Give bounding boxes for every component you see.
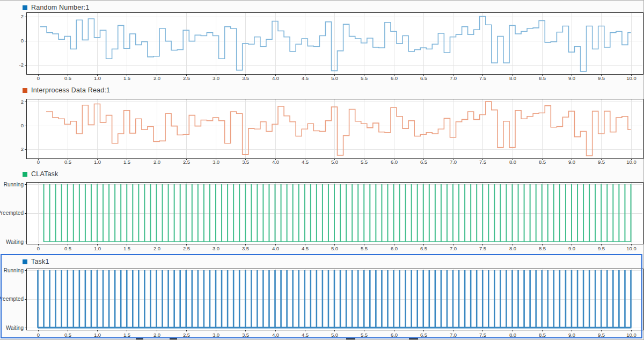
legend-label: Interprocess Data Read:1 (31, 87, 110, 94)
x-tick-label: 0 (37, 159, 40, 165)
y-tick-label: Preempted (0, 296, 24, 302)
y-tick-label: 2 (21, 146, 24, 152)
x-tick-label: 8.0 (509, 332, 516, 338)
x-tick-label: 9.0 (568, 75, 575, 81)
legend-label: Task1 (31, 258, 49, 265)
x-tick-label: 4.0 (272, 75, 279, 81)
legend-label: Random Number:1 (31, 4, 90, 11)
x-tick-label: 5.5 (361, 332, 368, 338)
x-tick-label: 7.5 (479, 159, 486, 165)
x-tick-label: 4.5 (302, 245, 309, 251)
y-tick-label: -2 (19, 62, 24, 68)
x-tick-label: 10.0 (626, 159, 636, 165)
x-tick-label: 6.0 (391, 159, 398, 165)
y-tick-label: 2 (21, 99, 24, 105)
y-tick-label: Waiting (6, 325, 24, 331)
x-tick-label: 4.0 (272, 159, 279, 165)
x-tick-label: 6.0 (391, 75, 398, 81)
x-tick-label: 4.5 (302, 159, 309, 165)
x-tick-label: 5.0 (331, 159, 338, 165)
legend-random-number[interactable]: Random Number:1 (23, 4, 90, 11)
clipped-ui-fragment (170, 338, 177, 339)
x-tick-label: 3.5 (242, 159, 249, 165)
x-tick-label: 8.5 (539, 332, 546, 338)
charts-canvas: 00.51.01.52.02.53.03.54.04.55.05.56.06.5… (0, 0, 644, 340)
x-tick-label: 7.0 (450, 245, 457, 251)
legend-interprocess-data-read[interactable]: Interprocess Data Read:1 (23, 87, 110, 94)
x-tick-label: 3.0 (213, 75, 219, 81)
x-tick-label: 9.5 (598, 159, 605, 165)
clipped-ui-fragment (409, 338, 418, 339)
x-tick-label: 8.0 (509, 159, 516, 165)
legend-swatch-blue (23, 5, 27, 10)
x-tick-label: 5.0 (331, 245, 338, 251)
x-tick-label: 8.5 (539, 159, 546, 165)
x-tick-label: 2.0 (153, 245, 160, 251)
x-tick-label: 5.5 (361, 159, 368, 165)
x-tick-label: 2.5 (183, 332, 190, 338)
x-tick-label: 4.0 (272, 245, 279, 251)
x-tick-label: 6.0 (391, 245, 398, 251)
clipped-ui-fragment (346, 338, 355, 339)
x-tick-label: 4.0 (272, 332, 279, 338)
x-tick-label: 9.0 (568, 245, 575, 251)
y-tick-label: Preempted (0, 210, 24, 216)
x-tick-label: 9.5 (598, 245, 605, 251)
x-tick-label: 4.5 (302, 332, 309, 338)
x-tick-label: 6.5 (420, 159, 427, 165)
x-tick-label: 9.0 (568, 159, 575, 165)
x-tick-label: 9.5 (598, 332, 605, 338)
legend-swatch-blue2 (23, 259, 27, 264)
x-tick-label: 5.5 (361, 245, 368, 251)
legend-label: CLATask (31, 171, 58, 178)
plot-area-stage: 00.51.01.52.02.53.03.54.04.55.05.56.06.5… (0, 0, 644, 340)
y-tick-label: Running (4, 267, 24, 273)
x-tick-label: 10.0 (626, 332, 636, 338)
x-tick-label: 6.5 (420, 332, 427, 338)
x-tick-label: 3.0 (213, 245, 219, 251)
x-tick-label: 7.5 (479, 75, 486, 81)
x-tick-label: 1.0 (94, 245, 101, 251)
y-tick-label: 0 (21, 122, 24, 128)
x-tick-label: 2.5 (183, 245, 190, 251)
x-tick-label: 1.5 (123, 332, 130, 338)
x-tick-label: 9.5 (598, 75, 605, 81)
x-tick-label: 5.0 (331, 75, 338, 81)
y-tick-label: Waiting (6, 239, 24, 245)
legend-swatch-orange (23, 88, 27, 93)
x-tick-label: 5.5 (361, 75, 368, 81)
x-tick-label: 8.0 (509, 75, 516, 81)
legend-task1[interactable]: Task1 (23, 258, 49, 265)
x-tick-label: 1.0 (94, 159, 101, 165)
x-tick-label: 2.0 (153, 159, 160, 165)
x-tick-label: 1.5 (123, 75, 130, 81)
y-tick-label: Running (4, 182, 24, 187)
clipped-ui-fragment (136, 338, 143, 339)
x-tick-label: 6.5 (420, 245, 427, 251)
x-tick-label: 2.5 (183, 75, 190, 81)
y-tick-label: 2 (21, 13, 24, 19)
x-tick-label: 5.0 (331, 332, 338, 338)
legend-cla-task[interactable]: CLATask (23, 171, 58, 178)
x-tick-label: 8.0 (509, 245, 516, 251)
x-tick-label: 10.0 (626, 75, 636, 81)
x-tick-label: 3.5 (242, 245, 249, 251)
x-tick-label: 1.0 (94, 75, 101, 81)
x-tick-label: 2.5 (183, 159, 190, 165)
x-tick-label: 4.5 (302, 75, 309, 81)
x-tick-label: 3.0 (213, 159, 219, 165)
x-tick-label: 9.0 (568, 332, 575, 338)
x-tick-label: 0.5 (64, 332, 71, 338)
x-tick-label: 7.0 (450, 332, 457, 338)
x-tick-label: 3.5 (242, 332, 249, 338)
frame-top (0, 0, 644, 1)
x-tick-label: 10.0 (626, 245, 636, 251)
x-tick-label: 0 (37, 75, 40, 81)
x-tick-label: 7.5 (479, 245, 486, 251)
x-tick-label: 8.5 (539, 245, 546, 251)
x-tick-label: 1.0 (94, 332, 101, 338)
x-tick-label: 7.0 (450, 75, 457, 81)
x-tick-label: 0 (37, 245, 40, 251)
x-tick-label: 6.0 (391, 332, 398, 338)
x-tick-label: 7.5 (479, 332, 486, 338)
